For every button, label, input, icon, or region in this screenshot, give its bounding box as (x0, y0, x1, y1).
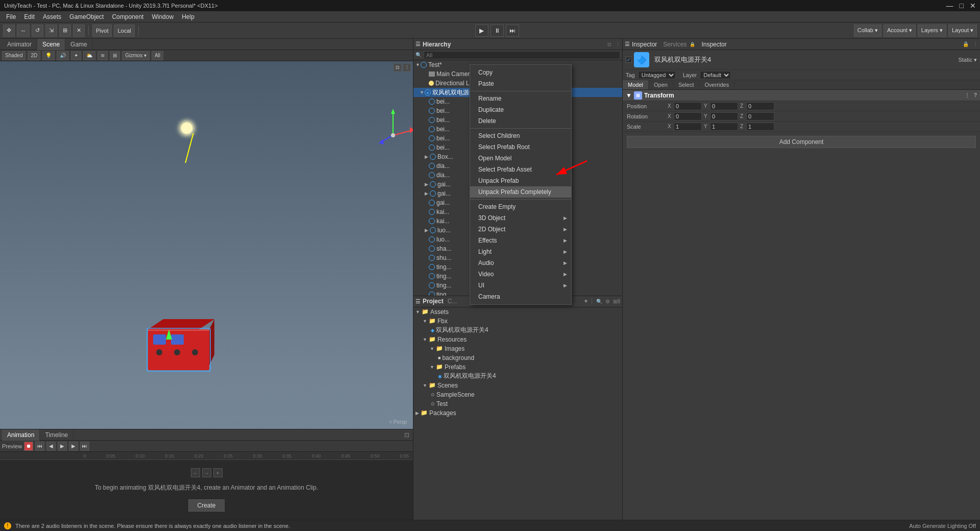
proj-fbx-file[interactable]: ◆ 双风机双电源开关4 (413, 326, 622, 335)
inspector-lock-btn[interactable]: 🔒 (963, 41, 969, 47)
proj-assets[interactable]: ▼ 📁 Assets (413, 307, 622, 317)
ctx-select-children[interactable]: Select Children (470, 130, 571, 141)
menu-help[interactable]: Help (178, 12, 199, 21)
rot-z-input[interactable] (746, 112, 774, 120)
proj-resources[interactable]: ▼ 📁 Resources (413, 335, 622, 344)
tool-rotate[interactable]: ↺ (32, 25, 43, 37)
pos-x-input[interactable] (674, 102, 702, 110)
ctx-3d-object[interactable]: 3D Object▶ (470, 212, 571, 224)
tab-scene[interactable]: Scene (37, 39, 65, 50)
inspector-tab-2[interactable]: Inspector (701, 41, 726, 48)
ctx-duplicate[interactable]: Duplicate (470, 104, 571, 115)
project-add-btn[interactable]: + (584, 298, 587, 305)
ctx-paste[interactable]: Paste (470, 78, 571, 89)
tool-hand[interactable]: ✥ (3, 25, 15, 37)
proj-packages[interactable]: ▶ 📁 Packages (413, 408, 622, 418)
project-settings-icon[interactable]: ⚙ (605, 299, 610, 304)
tab-game[interactable]: Game (65, 39, 93, 50)
layer-dropdown[interactable]: Default (700, 71, 731, 79)
ctx-rename[interactable]: Rename (470, 93, 571, 104)
proj-images[interactable]: ▼ 📁 Images (413, 344, 622, 353)
timeline-zoom-in[interactable]: + (213, 468, 223, 477)
shaded-dropdown[interactable]: Shaded (2, 51, 26, 60)
scale-y-input[interactable] (710, 123, 738, 131)
anim-play[interactable]: ▶ (58, 442, 67, 451)
inspector-tab-1[interactable]: Inspector (632, 41, 657, 48)
scene-maximize[interactable]: ⊡ (394, 63, 402, 71)
ctx-select-prefab-root[interactable]: Select Prefab Root (470, 141, 571, 153)
ctx-copy[interactable]: Copy (470, 67, 571, 78)
transform-expand-arrow[interactable]: ▼ (626, 92, 632, 99)
proj-samplescene[interactable]: ⊙ SampleScene (413, 390, 622, 399)
tab-select[interactable]: Select (673, 80, 700, 89)
transform-y-handle[interactable] (166, 329, 172, 340)
hierarchy-search-input[interactable] (424, 51, 620, 59)
tab-animation[interactable]: Animation (2, 429, 40, 441)
ctx-audio[interactable]: Audio▶ (470, 257, 571, 269)
transform-help[interactable]: ? (974, 92, 977, 98)
2d-button[interactable]: 2D (28, 51, 40, 60)
maximize-button[interactable]: □ (960, 2, 964, 10)
layers-button[interactable]: Layers ▾ (918, 25, 946, 37)
tab-overrides[interactable]: Overrides (699, 80, 734, 89)
ctx-2d-object[interactable]: 2D Object▶ (470, 224, 571, 235)
account-button[interactable]: Account ▾ (884, 25, 916, 37)
transform-settings[interactable]: ⋮ (965, 92, 970, 98)
window-controls[interactable]: — □ ✕ (946, 2, 976, 10)
menu-gameobject[interactable]: GameObject (65, 12, 108, 21)
scene-all-btn[interactable]: All (152, 51, 163, 60)
play-button[interactable]: ▶ (475, 25, 488, 37)
proj-scenes[interactable]: ▼ 📁 Scenes (413, 381, 622, 390)
create-animator-button[interactable]: Create (188, 499, 224, 512)
menu-component[interactable]: Component (108, 12, 148, 21)
ctx-delete[interactable]: Delete (470, 115, 571, 127)
scene-settings[interactable]: ⋮ (403, 63, 411, 71)
anim-next-frame[interactable]: ⏭ (80, 442, 89, 451)
ctx-ui[interactable]: UI▶ (470, 280, 571, 291)
scene-fx-btn[interactable]: ✦ (71, 51, 81, 60)
inspector-lock[interactable]: 🔒 (690, 42, 695, 47)
proj-prefabs[interactable]: ▼ 📁 Prefabs (413, 363, 622, 372)
menu-assets[interactable]: Assets (39, 12, 65, 21)
scene-view[interactable]: < Persp ⊡ ⋮ (0, 61, 413, 429)
menu-edit[interactable]: Edit (20, 12, 39, 21)
anim-prev-key[interactable]: ◀ (46, 442, 56, 451)
scene-skybox-btn[interactable]: ⛅ (83, 51, 95, 60)
inspector-menu-btn[interactable]: ⋮ (973, 41, 978, 47)
tab-open[interactable]: Open (649, 80, 673, 89)
add-component-button[interactable]: Add Component (627, 136, 976, 148)
pivot-button[interactable]: Pivot (92, 25, 112, 37)
ctx-light[interactable]: Light▶ (470, 246, 571, 257)
console-tab[interactable]: C... (448, 298, 457, 305)
menu-file[interactable]: File (2, 12, 20, 21)
timeline-nav-left[interactable]: ← (191, 468, 200, 477)
scene-fog-btn[interactable]: ≋ (97, 51, 108, 60)
project-layout-icon[interactable]: ⊞8 (613, 299, 620, 304)
tool-rect[interactable]: ⊞ (59, 25, 71, 37)
menu-window[interactable]: Window (148, 12, 178, 21)
scale-z-input[interactable] (746, 123, 774, 131)
scene-grid-btn[interactable]: ⊞ (110, 51, 120, 60)
tab-timeline[interactable]: Timeline (40, 429, 74, 441)
rot-y-input[interactable] (710, 112, 738, 120)
collab-button[interactable]: Collab ▾ (854, 25, 881, 37)
gizmos-dropdown[interactable]: Gizmos ▾ (122, 51, 150, 60)
timeline-nav-right[interactable]: → (202, 468, 211, 477)
step-button[interactable]: ⏭ (506, 25, 519, 37)
ctx-create-empty[interactable]: Create Empty (470, 201, 571, 212)
layout-button[interactable]: Layout ▾ (948, 25, 977, 37)
local-button[interactable]: Local (114, 25, 134, 37)
minimize-button[interactable]: — (946, 2, 953, 10)
tab-animator[interactable]: Animator (2, 39, 37, 50)
proj-fbx[interactable]: ▼ 📁 Fbx (413, 317, 622, 326)
tool-custom[interactable]: ✕ (73, 25, 85, 37)
obj-active-checkbox[interactable]: ✓ (626, 57, 632, 63)
tool-scale[interactable]: ⇲ (45, 25, 57, 37)
ctx-camera[interactable]: Camera (470, 291, 571, 302)
ctx-effects[interactable]: Effects▶ (470, 235, 571, 246)
ctx-video[interactable]: Video▶ (470, 269, 571, 280)
close-button[interactable]: ✕ (970, 2, 976, 10)
ctx-unpack-prefab-completely[interactable]: Unpack Prefab Completely (470, 186, 571, 198)
obj-static-btn[interactable]: Static ▾ (958, 57, 977, 63)
anim-prev-frame[interactable]: ⏮ (35, 442, 44, 451)
